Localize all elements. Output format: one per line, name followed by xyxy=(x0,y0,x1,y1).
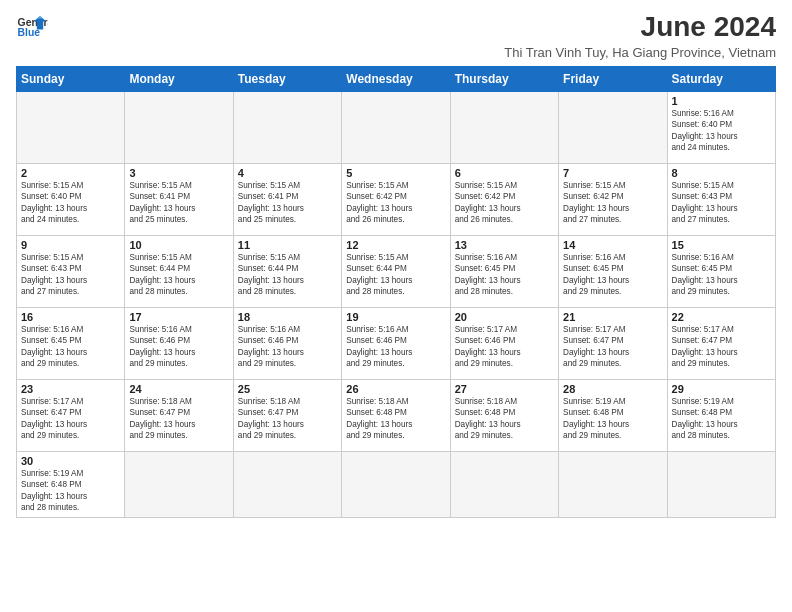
day-number: 11 xyxy=(238,239,337,251)
day-number: 18 xyxy=(238,311,337,323)
day-info: Sunrise: 5:16 AM Sunset: 6:46 PM Dayligh… xyxy=(346,324,445,370)
header-wednesday: Wednesday xyxy=(342,66,450,91)
calendar-cell xyxy=(667,451,775,517)
calendar-cell: 9Sunrise: 5:15 AM Sunset: 6:43 PM Daylig… xyxy=(17,235,125,307)
day-info: Sunrise: 5:16 AM Sunset: 6:45 PM Dayligh… xyxy=(455,252,554,298)
day-info: Sunrise: 5:15 AM Sunset: 6:40 PM Dayligh… xyxy=(21,180,120,226)
calendar-cell: 27Sunrise: 5:18 AM Sunset: 6:48 PM Dayli… xyxy=(450,379,558,451)
week-row-3: 16Sunrise: 5:16 AM Sunset: 6:45 PM Dayli… xyxy=(17,307,776,379)
day-number: 8 xyxy=(672,167,771,179)
calendar-cell xyxy=(125,91,233,163)
calendar-cell: 8Sunrise: 5:15 AM Sunset: 6:43 PM Daylig… xyxy=(667,163,775,235)
calendar-cell: 1Sunrise: 5:16 AM Sunset: 6:40 PM Daylig… xyxy=(667,91,775,163)
day-info: Sunrise: 5:16 AM Sunset: 6:46 PM Dayligh… xyxy=(129,324,228,370)
day-number: 17 xyxy=(129,311,228,323)
day-info: Sunrise: 5:15 AM Sunset: 6:42 PM Dayligh… xyxy=(346,180,445,226)
calendar-cell xyxy=(559,451,667,517)
week-row-5: 30Sunrise: 5:19 AM Sunset: 6:48 PM Dayli… xyxy=(17,451,776,517)
calendar-cell: 7Sunrise: 5:15 AM Sunset: 6:42 PM Daylig… xyxy=(559,163,667,235)
day-number: 21 xyxy=(563,311,662,323)
day-number: 28 xyxy=(563,383,662,395)
day-number: 19 xyxy=(346,311,445,323)
calendar-cell: 20Sunrise: 5:17 AM Sunset: 6:46 PM Dayli… xyxy=(450,307,558,379)
calendar-cell: 12Sunrise: 5:15 AM Sunset: 6:44 PM Dayli… xyxy=(342,235,450,307)
day-number: 9 xyxy=(21,239,120,251)
day-number: 25 xyxy=(238,383,337,395)
day-info: Sunrise: 5:16 AM Sunset: 6:40 PM Dayligh… xyxy=(672,108,771,154)
day-info: Sunrise: 5:15 AM Sunset: 6:44 PM Dayligh… xyxy=(346,252,445,298)
header-sunday: Sunday xyxy=(17,66,125,91)
day-info: Sunrise: 5:17 AM Sunset: 6:46 PM Dayligh… xyxy=(455,324,554,370)
day-info: Sunrise: 5:17 AM Sunset: 6:47 PM Dayligh… xyxy=(21,396,120,442)
header-friday: Friday xyxy=(559,66,667,91)
day-info: Sunrise: 5:18 AM Sunset: 6:47 PM Dayligh… xyxy=(129,396,228,442)
calendar-page: General Blue June 2024 Thi Tran Vinh Tuy… xyxy=(0,0,792,612)
calendar-cell: 26Sunrise: 5:18 AM Sunset: 6:48 PM Dayli… xyxy=(342,379,450,451)
day-number: 4 xyxy=(238,167,337,179)
day-info: Sunrise: 5:15 AM Sunset: 6:43 PM Dayligh… xyxy=(672,180,771,226)
header: General Blue June 2024 Thi Tran Vinh Tuy… xyxy=(16,12,776,60)
calendar-cell: 4Sunrise: 5:15 AM Sunset: 6:41 PM Daylig… xyxy=(233,163,341,235)
day-info: Sunrise: 5:19 AM Sunset: 6:48 PM Dayligh… xyxy=(672,396,771,442)
day-number: 29 xyxy=(672,383,771,395)
day-info: Sunrise: 5:18 AM Sunset: 6:48 PM Dayligh… xyxy=(455,396,554,442)
day-info: Sunrise: 5:18 AM Sunset: 6:47 PM Dayligh… xyxy=(238,396,337,442)
calendar-cell: 28Sunrise: 5:19 AM Sunset: 6:48 PM Dayli… xyxy=(559,379,667,451)
calendar-cell: 3Sunrise: 5:15 AM Sunset: 6:41 PM Daylig… xyxy=(125,163,233,235)
calendar-cell: 30Sunrise: 5:19 AM Sunset: 6:48 PM Dayli… xyxy=(17,451,125,517)
day-info: Sunrise: 5:15 AM Sunset: 6:42 PM Dayligh… xyxy=(455,180,554,226)
day-info: Sunrise: 5:15 AM Sunset: 6:42 PM Dayligh… xyxy=(563,180,662,226)
day-number: 26 xyxy=(346,383,445,395)
day-info: Sunrise: 5:19 AM Sunset: 6:48 PM Dayligh… xyxy=(563,396,662,442)
calendar-cell xyxy=(125,451,233,517)
calendar-cell: 19Sunrise: 5:16 AM Sunset: 6:46 PM Dayli… xyxy=(342,307,450,379)
calendar-cell: 17Sunrise: 5:16 AM Sunset: 6:46 PM Dayli… xyxy=(125,307,233,379)
logo: General Blue xyxy=(16,12,48,44)
header-tuesday: Tuesday xyxy=(233,66,341,91)
header-monday: Monday xyxy=(125,66,233,91)
calendar-title: June 2024 xyxy=(504,12,776,43)
calendar-cell: 6Sunrise: 5:15 AM Sunset: 6:42 PM Daylig… xyxy=(450,163,558,235)
calendar-table: SundayMondayTuesdayWednesdayThursdayFrid… xyxy=(16,66,776,518)
calendar-cell: 16Sunrise: 5:16 AM Sunset: 6:45 PM Dayli… xyxy=(17,307,125,379)
calendar-cell xyxy=(450,91,558,163)
calendar-cell: 5Sunrise: 5:15 AM Sunset: 6:42 PM Daylig… xyxy=(342,163,450,235)
day-info: Sunrise: 5:19 AM Sunset: 6:48 PM Dayligh… xyxy=(21,468,120,514)
calendar-cell xyxy=(17,91,125,163)
day-number: 7 xyxy=(563,167,662,179)
day-number: 30 xyxy=(21,455,120,467)
day-number: 12 xyxy=(346,239,445,251)
day-number: 6 xyxy=(455,167,554,179)
day-number: 16 xyxy=(21,311,120,323)
day-number: 23 xyxy=(21,383,120,395)
calendar-subtitle: Thi Tran Vinh Tuy, Ha Giang Province, Vi… xyxy=(504,45,776,60)
day-number: 10 xyxy=(129,239,228,251)
day-info: Sunrise: 5:18 AM Sunset: 6:48 PM Dayligh… xyxy=(346,396,445,442)
day-info: Sunrise: 5:15 AM Sunset: 6:41 PM Dayligh… xyxy=(238,180,337,226)
day-number: 5 xyxy=(346,167,445,179)
header-saturday: Saturday xyxy=(667,66,775,91)
day-number: 13 xyxy=(455,239,554,251)
day-info: Sunrise: 5:15 AM Sunset: 6:44 PM Dayligh… xyxy=(238,252,337,298)
calendar-cell xyxy=(559,91,667,163)
day-number: 27 xyxy=(455,383,554,395)
week-row-2: 9Sunrise: 5:15 AM Sunset: 6:43 PM Daylig… xyxy=(17,235,776,307)
calendar-cell xyxy=(233,91,341,163)
day-info: Sunrise: 5:15 AM Sunset: 6:43 PM Dayligh… xyxy=(21,252,120,298)
calendar-cell: 13Sunrise: 5:16 AM Sunset: 6:45 PM Dayli… xyxy=(450,235,558,307)
day-info: Sunrise: 5:17 AM Sunset: 6:47 PM Dayligh… xyxy=(672,324,771,370)
calendar-cell: 29Sunrise: 5:19 AM Sunset: 6:48 PM Dayli… xyxy=(667,379,775,451)
calendar-cell: 10Sunrise: 5:15 AM Sunset: 6:44 PM Dayli… xyxy=(125,235,233,307)
day-number: 20 xyxy=(455,311,554,323)
day-number: 1 xyxy=(672,95,771,107)
calendar-cell: 18Sunrise: 5:16 AM Sunset: 6:46 PM Dayli… xyxy=(233,307,341,379)
day-number: 15 xyxy=(672,239,771,251)
day-number: 3 xyxy=(129,167,228,179)
day-info: Sunrise: 5:16 AM Sunset: 6:45 PM Dayligh… xyxy=(563,252,662,298)
calendar-cell: 23Sunrise: 5:17 AM Sunset: 6:47 PM Dayli… xyxy=(17,379,125,451)
logo-icon: General Blue xyxy=(16,12,48,44)
header-thursday: Thursday xyxy=(450,66,558,91)
day-info: Sunrise: 5:15 AM Sunset: 6:44 PM Dayligh… xyxy=(129,252,228,298)
day-number: 24 xyxy=(129,383,228,395)
title-block: June 2024 Thi Tran Vinh Tuy, Ha Giang Pr… xyxy=(504,12,776,60)
